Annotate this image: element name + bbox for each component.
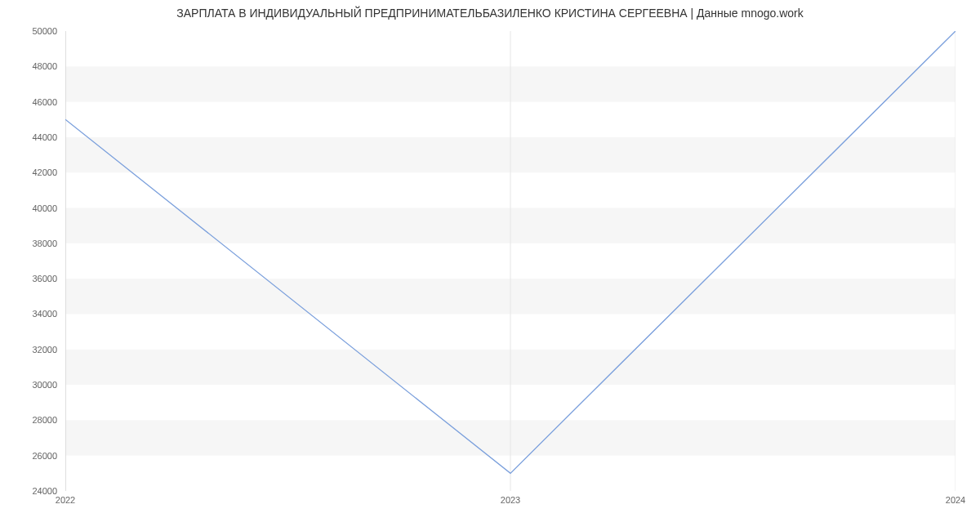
y-tick-label: 46000	[0, 97, 57, 107]
y-tick-label: 26000	[0, 451, 57, 461]
y-tick-label: 44000	[0, 132, 57, 142]
y-tick-label: 50000	[0, 26, 57, 36]
y-tick-label: 24000	[0, 486, 57, 496]
chart-svg	[65, 31, 956, 491]
y-tick-label: 28000	[0, 415, 57, 425]
y-tick-label: 30000	[0, 380, 57, 390]
x-tick-label: 2023	[501, 495, 520, 505]
x-tick-label: 2024	[946, 495, 965, 505]
x-tick-label: 2022	[56, 495, 75, 505]
chart-title: ЗАРПЛАТА В ИНДИВИДУАЛЬНЫЙ ПРЕДПРИНИМАТЕЛ…	[0, 7, 980, 20]
y-tick-label: 32000	[0, 345, 57, 355]
chart-container: ЗАРПЛАТА В ИНДИВИДУАЛЬНЫЙ ПРЕДПРИНИМАТЕЛ…	[0, 0, 980, 531]
y-tick-label: 38000	[0, 239, 57, 248]
y-tick-label: 42000	[0, 167, 57, 177]
y-tick-label: 40000	[0, 203, 57, 213]
plot-area	[65, 31, 956, 491]
y-tick-label: 36000	[0, 274, 57, 283]
y-tick-label: 34000	[0, 309, 57, 319]
y-tick-label: 48000	[0, 61, 57, 71]
